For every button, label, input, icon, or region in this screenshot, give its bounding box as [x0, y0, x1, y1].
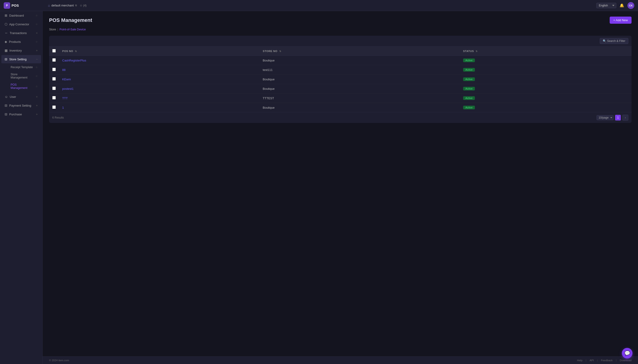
row-checkbox[interactable] [52, 86, 56, 90]
store-setting-icon: ⊟ [5, 57, 7, 61]
table-row: CashRegisterPlus Boutique Active [49, 56, 631, 65]
next-page-button[interactable]: › [622, 115, 628, 121]
breadcrumb-store[interactable]: Store [49, 28, 56, 31]
payment-setting-plus-icon[interactable]: + [36, 104, 38, 107]
status-header: STATUS ⇅ [460, 46, 631, 56]
pos-no-link[interactable]: CashRegisterPlus [62, 59, 86, 62]
sidebar-item-user[interactable]: ☺ User + [2, 92, 41, 101]
topbar-right: English Thai Japanese 🔔 CK [596, 2, 634, 9]
main-content: POS Management + Add New Store | Point-o… [43, 11, 638, 356]
pos-no-link[interactable]: KEwm [62, 78, 71, 81]
sidebar-item-transactions[interactable]: ↔ Transactions + [2, 29, 41, 37]
footer-links: Help | API | Feedback | Download [577, 359, 631, 362]
pos-table: POS NO ⇅ STORE NO ⇅ STATUS ⇅ [49, 46, 631, 112]
row-checkbox-cell [49, 94, 59, 103]
pos-no-link[interactable]: postest1 [62, 87, 74, 90]
status-cell: Active [460, 94, 631, 103]
favorites-area[interactable]: ☆ (4) [80, 4, 87, 7]
language-select[interactable]: English Thai Japanese [596, 3, 616, 8]
table-row: postest1 Boutique Active [49, 84, 631, 94]
pos-no-cell: TTT [59, 94, 259, 103]
sidebar-sub-item-label: Receipt Template [11, 66, 34, 69]
user-plus-icon[interactable]: + [36, 95, 38, 98]
search-filter-button[interactable]: 🔍 Search & Filter [600, 38, 628, 44]
sidebar-item-store-management[interactable]: Store Management ☆ [8, 71, 41, 81]
products-star-icon[interactable]: ☆ [36, 40, 38, 43]
app-connector-star-icon[interactable]: ☆ [36, 23, 38, 26]
row-checkbox-cell [49, 84, 59, 94]
receipt-template-star-icon[interactable]: ☆ [36, 66, 38, 69]
payment-setting-icon: ⊟ [5, 104, 7, 107]
sidebar-sub-item-label: POS Management [11, 83, 34, 90]
table-row: KEwm Boutique Active [49, 74, 631, 84]
select-all-checkbox[interactable] [52, 49, 56, 52]
row-checkbox[interactable] [52, 68, 56, 71]
current-page-button[interactable]: 1 [615, 115, 621, 121]
status-cell: Active [460, 84, 631, 94]
copyright: © 2024 item.com [49, 359, 69, 362]
sidebar-item-label: App Connector [9, 22, 34, 26]
row-checkbox[interactable] [52, 77, 56, 80]
store-no-sort-icon[interactable]: ⇅ [279, 50, 281, 52]
status-sort-icon[interactable]: ⇅ [476, 50, 477, 52]
sidebar-item-receipt-template[interactable]: Receipt Template ☆ [8, 64, 41, 71]
row-checkbox-cell [49, 56, 59, 65]
footer-link-help[interactable]: Help [577, 359, 582, 362]
sidebar-item-label: Dashboard [9, 14, 34, 17]
sidebar-item-label: User [10, 95, 34, 98]
notification-button[interactable]: 🔔 [619, 2, 625, 8]
sidebar-sub-menu: Receipt Template ☆ Store Management ☆ PO… [0, 64, 42, 92]
store-no-cell: Boutique [259, 74, 460, 84]
app-connector-icon: ⬡ [5, 22, 7, 26]
store-setting-minus-icon[interactable]: − [36, 57, 38, 61]
pos-no-link[interactable]: 88 [62, 68, 66, 72]
sidebar-item-dashboard[interactable]: ⊞ Dashboard ☆ [2, 11, 41, 20]
sidebar-item-app-connector[interactable]: ⬡ App Connector ☆ [2, 20, 41, 28]
sidebar-item-inventory[interactable]: ▦ Inventory + [2, 46, 41, 54]
sidebar-item-purchase[interactable]: ⊟ Purchase + [2, 110, 41, 118]
page-header: POS Management + Add New [49, 16, 631, 24]
add-new-button[interactable]: + Add New [610, 16, 631, 24]
table-row: 1 Boutique Active [49, 103, 631, 112]
footer-link-download[interactable]: Download [620, 359, 631, 362]
sidebar-item-payment-setting[interactable]: ⊟ Payment Setting + [2, 101, 41, 110]
store-no-cell: Boutique [259, 56, 460, 65]
avatar[interactable]: CK [627, 2, 634, 9]
pos-no-cell: KEwm [59, 74, 259, 84]
sidebar: ⊞ Dashboard ☆ ⬡ App Connector ☆ ↔ Transa… [0, 11, 43, 364]
sidebar-sub-item-label: Store Management [11, 73, 34, 79]
store-no-header: STORE NO ⇅ [259, 46, 460, 56]
purchase-plus-icon[interactable]: + [36, 112, 38, 116]
sidebar-item-products[interactable]: ◈ Products ☆ [2, 38, 41, 46]
table-footer: 6 Results 10/page 20/page 50/page 1 › [49, 112, 631, 123]
pos-no-link[interactable]: 1 [62, 106, 64, 109]
status-badge: Active [463, 77, 475, 81]
sidebar-item-store-setting[interactable]: ⊟ Store Setting − [2, 55, 41, 63]
pos-no-sort-icon[interactable]: ⇅ [75, 50, 77, 52]
inventory-plus-icon[interactable]: + [36, 48, 38, 52]
chat-bubble-button[interactable]: 💬 [622, 348, 632, 358]
chat-icon: 💬 [624, 350, 630, 356]
row-checkbox[interactable] [52, 96, 56, 100]
footer-link-feedback[interactable]: Feedback [601, 359, 613, 362]
per-page-select[interactable]: 10/page 20/page 50/page [596, 115, 613, 120]
sidebar-item-label: Store Setting [9, 58, 34, 61]
external-link-icon[interactable]: ⧉ [75, 4, 77, 7]
sidebar-item-label: Products [9, 40, 34, 44]
pos-management-star-icon[interactable]: ☆ [36, 85, 38, 88]
pagination-area: 10/page 20/page 50/page 1 › [596, 115, 628, 121]
layout: ⊞ Dashboard ☆ ⬡ App Connector ☆ ↔ Transa… [0, 11, 638, 364]
sidebar-item-label: Transactions [10, 31, 34, 35]
app-name: POS [12, 4, 19, 7]
row-checkbox[interactable] [52, 58, 56, 62]
store-management-star-icon[interactable]: ☆ [36, 74, 38, 78]
sidebar-item-label: Inventory [10, 49, 34, 52]
dashboard-star-icon[interactable]: ☆ [36, 14, 38, 17]
sidebar-item-pos-management[interactable]: POS Management ☆ [8, 81, 41, 92]
pos-no-link[interactable]: TTT [62, 96, 68, 100]
row-checkbox[interactable] [52, 106, 56, 109]
footer-link-api[interactable]: API [590, 359, 594, 362]
transactions-plus-icon[interactable]: + [36, 31, 38, 35]
status-badge: Active [463, 68, 475, 72]
dashboard-icon: ⊞ [5, 14, 7, 17]
